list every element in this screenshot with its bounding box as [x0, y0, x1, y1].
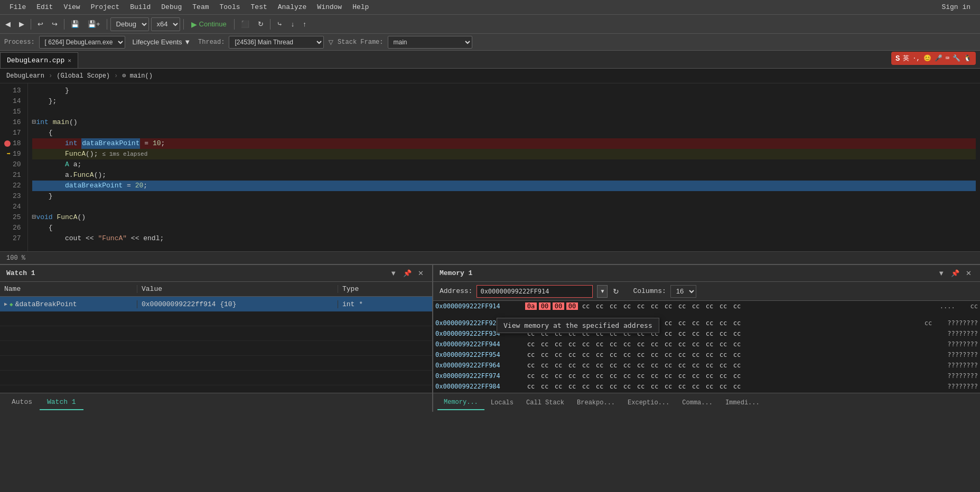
- watch-panel-controls: ▼ 📌 ✕: [388, 268, 426, 278]
- tab-watch1[interactable]: Watch 1: [40, 395, 83, 410]
- ime-toolbar: S 英 ·, 😊 🎤 ⌨ 🔧 🐧: [891, 52, 976, 65]
- debug-config-dropdown[interactable]: Debug: [110, 17, 149, 31]
- ime-icon-2[interactable]: 🎤: [935, 54, 942, 62]
- thread-dropdown[interactable]: [24536] Main Thread: [229, 36, 324, 49]
- menu-help[interactable]: Help: [347, 1, 374, 13]
- memory-panel-dropdown[interactable]: ▼: [936, 268, 947, 278]
- line-17: 17: [4, 128, 23, 138]
- menu-tools[interactable]: Tools: [214, 1, 246, 13]
- stop-button[interactable]: ⬛: [238, 18, 253, 30]
- menu-test[interactable]: Test: [246, 1, 273, 13]
- tab-locals[interactable]: Locals: [484, 396, 520, 410]
- menu-debug[interactable]: Debug: [156, 1, 187, 13]
- toolbar-separator-3: [107, 19, 107, 30]
- address-input[interactable]: [477, 285, 593, 298]
- menu-file[interactable]: File: [4, 1, 31, 13]
- back-button[interactable]: ◀: [2, 18, 14, 30]
- tab-debuglearn-cpp[interactable]: DebugLearn.cpp ✕: [0, 52, 78, 68]
- expand-arrow-icon: ▶: [4, 301, 7, 307]
- ime-icon-4[interactable]: 🔧: [953, 54, 960, 62]
- line-27: 27: [4, 233, 23, 244]
- save-button[interactable]: 💾: [68, 18, 82, 30]
- redo-button[interactable]: ↪: [49, 18, 61, 30]
- watch-panel-close[interactable]: ✕: [416, 268, 426, 278]
- tab-autos[interactable]: Autos: [4, 395, 40, 410]
- tab-callstack[interactable]: Call Stack: [520, 396, 571, 410]
- watch-row-0-name: ▶ ◆ &dataBreakPoint: [0, 300, 137, 308]
- toolbar-separator-2: [64, 19, 64, 30]
- watch-table-body: ▶ ◆ &dataBreakPoint 0x00000099222ff914 {…: [0, 297, 432, 393]
- breakpoint-indicator[interactable]: [4, 140, 11, 147]
- code-editor: 13 14 15 16 17 18 ➡ 19 20 21 22 23 24 25…: [0, 83, 980, 251]
- line-15: 15: [4, 107, 23, 117]
- breadcrumb-scope[interactable]: (Global Scope): [57, 72, 110, 80]
- debug-bar: Process: [ 6264] DebugLearn.exe Lifecycl…: [0, 34, 980, 51]
- watch-empty-row-6: [0, 385, 432, 393]
- menu-edit[interactable]: Edit: [31, 1, 58, 13]
- memory-bottom-tabs: Memory... Locals Call Stack Breakpo... E…: [433, 393, 980, 412]
- memory-panel-pin[interactable]: 📌: [949, 268, 962, 278]
- tab-breakpoints[interactable]: Breakpo...: [571, 396, 621, 410]
- step-into-button[interactable]: ↓: [288, 18, 298, 30]
- code-content[interactable]: } }; ⊟int main() { int dataBreakPoint = …: [28, 83, 980, 251]
- tab-memory[interactable]: Memory...: [437, 395, 484, 410]
- watch-col-value-header: Value: [137, 285, 338, 293]
- tab-immediate[interactable]: Immedi...: [719, 396, 766, 410]
- breadcrumb-function[interactable]: ⊙ main(): [122, 72, 153, 80]
- lifecycle-button[interactable]: Lifecycle Events ▼: [129, 36, 194, 48]
- menu-project[interactable]: Project: [86, 1, 125, 13]
- columns-dropdown[interactable]: 16: [670, 285, 696, 298]
- tab-close-button[interactable]: ✕: [68, 57, 71, 64]
- mem-byte-0-2: 00: [553, 302, 564, 310]
- menu-build[interactable]: Build: [125, 1, 156, 13]
- code-line-22: dataBreakPoint = 20;: [32, 181, 976, 191]
- stack-frame-dropdown[interactable]: main: [388, 36, 472, 49]
- mem-byte-0-3: 00: [566, 302, 578, 310]
- line-19: ➡ 19: [4, 149, 23, 159]
- menu-team[interactable]: Team: [187, 1, 214, 13]
- ime-icon-1[interactable]: 😊: [923, 54, 931, 62]
- zoom-level: 100 %: [6, 254, 25, 262]
- menu-view[interactable]: View: [58, 1, 85, 13]
- toolbar-separator-1: [31, 19, 31, 30]
- platform-dropdown[interactable]: x64: [151, 17, 180, 31]
- columns-label: Columns:: [633, 287, 666, 295]
- undo-button[interactable]: ↩: [34, 18, 46, 30]
- process-dropdown[interactable]: [ 6264] DebugLearn.exe: [39, 36, 125, 49]
- watch-panel-dropdown[interactable]: ▼: [388, 268, 399, 278]
- menu-window[interactable]: Window: [312, 1, 347, 13]
- memory-panel-close[interactable]: ✕: [964, 268, 974, 278]
- address-dropdown-btn[interactable]: ▼: [597, 285, 608, 298]
- status-bar: 100 %: [0, 251, 980, 264]
- watch-panel-title: Watch 1: [6, 269, 35, 277]
- ime-icon-5[interactable]: 🐧: [964, 54, 972, 62]
- step-over-button[interactable]: ⤷: [274, 18, 286, 30]
- tab-command[interactable]: Comma...: [676, 396, 719, 410]
- mem-ascii-0: .... cc: [932, 302, 978, 310]
- watch-row-0-value: 0x00000099222ff914 {10}: [137, 300, 338, 308]
- watch-panel-pin[interactable]: 📌: [401, 268, 414, 278]
- continue-button[interactable]: ▶ Continue: [187, 18, 231, 30]
- tab-exceptions[interactable]: Exceptio...: [621, 396, 676, 410]
- watch-empty-row-3: [0, 341, 432, 356]
- breadcrumb-bar: DebugLearn › (Global Scope) › ⊙ main(): [0, 69, 980, 83]
- step-out-button[interactable]: ↑: [300, 18, 310, 30]
- line-13: 13: [4, 86, 23, 96]
- mem-byte-0-15: cc: [731, 302, 743, 310]
- memory-row-6: 0x0000099222FF974 cccccccccccccccccccccc…: [433, 371, 980, 381]
- memory-content: 0x0000099222FF914 0a 00 00 00 cc cc cc c…: [433, 301, 980, 393]
- line-22: 22: [4, 181, 23, 191]
- line-26: 26: [4, 223, 23, 233]
- watch-row-0[interactable]: ▶ ◆ &dataBreakPoint 0x00000099222ff914 {…: [0, 297, 432, 311]
- save-all-button[interactable]: 💾+: [85, 18, 104, 30]
- menu-analyze[interactable]: Analyze: [273, 1, 312, 13]
- sign-in-button[interactable]: Sign in: [936, 1, 976, 13]
- mem-byte-0-14: cc: [717, 302, 729, 310]
- ime-icon-3[interactable]: ⌨: [946, 54, 949, 62]
- forward-button[interactable]: ▶: [16, 18, 27, 30]
- breadcrumb-file[interactable]: DebugLearn: [6, 72, 44, 80]
- restart-button[interactable]: ↻: [255, 18, 267, 30]
- memory-row-3: 0x0000099222FF944 cccccccccccccccccccccc…: [433, 339, 980, 349]
- line-25: 25: [4, 212, 23, 223]
- address-refresh-btn[interactable]: ↻: [612, 286, 620, 297]
